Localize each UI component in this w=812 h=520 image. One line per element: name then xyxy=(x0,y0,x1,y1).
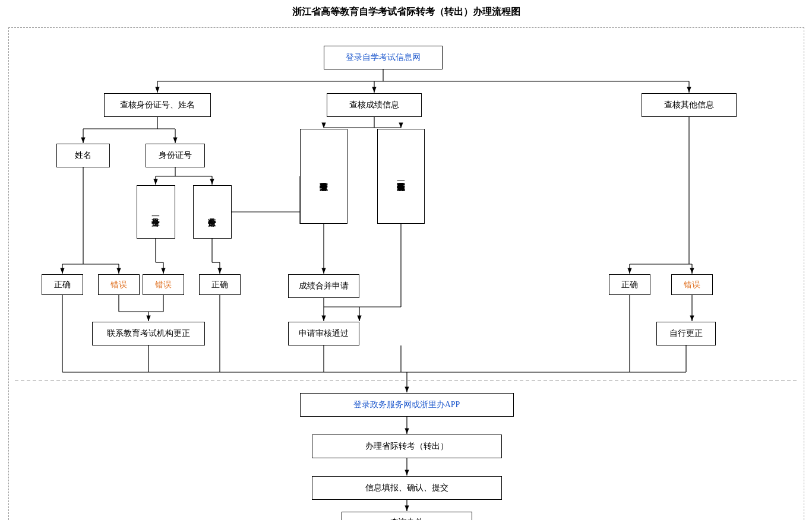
box-id-num: 身份证号 xyxy=(146,144,205,167)
box-id-wrong: 错误 xyxy=(143,274,184,295)
box-self-fix: 自行更正 xyxy=(656,322,716,345)
box-query-bottom: 查询办件 xyxy=(342,512,472,520)
box-name-wrong: 错误 xyxy=(98,274,140,295)
box-fill-info: 信息填报、确认、提交 xyxy=(312,476,502,500)
box-one-id: 一个身份证号 xyxy=(137,185,175,239)
box-check-other: 查核其他信息 xyxy=(642,93,737,117)
box-other-wrong: 错误 xyxy=(671,274,713,295)
box-login-exam: 登录自学考试信息网 xyxy=(324,46,443,69)
box-check-score: 查核成绩信息 xyxy=(327,93,422,117)
box-has-one-score: 有且只有一个正确身份证号下有成绩 xyxy=(377,129,425,224)
box-multi-id: 数个身份证号 xyxy=(193,185,232,239)
box-pass-review: 申请审核通过 xyxy=(288,322,359,345)
box-transfer-out: 办理省际转考（转出） xyxy=(312,435,502,458)
flowchart-container: 登录自学考试信息网 查核身份证号、姓名 查核成绩信息 查核其他信息 姓名 身份证… xyxy=(8,27,804,520)
page-title: 浙江省高等教育自学考试省际转考（转出）办理流程图 xyxy=(6,6,806,18)
box-id-correct: 正确 xyxy=(199,274,241,295)
box-other-correct: 正确 xyxy=(609,274,650,295)
box-merge-score: 成绩合并申请 xyxy=(288,274,359,298)
box-contact-fix: 联系教育考试机构更正 xyxy=(92,322,205,345)
box-check-idname: 查核身份证号、姓名 xyxy=(104,93,211,117)
box-name: 姓名 xyxy=(56,144,110,167)
box-name-correct: 正确 xyxy=(42,274,83,295)
box-has-multi-score: 有数个身份证号下有成绩 xyxy=(300,129,347,224)
box-login-service: 登录政务服务网或浙里办APP xyxy=(300,393,514,417)
